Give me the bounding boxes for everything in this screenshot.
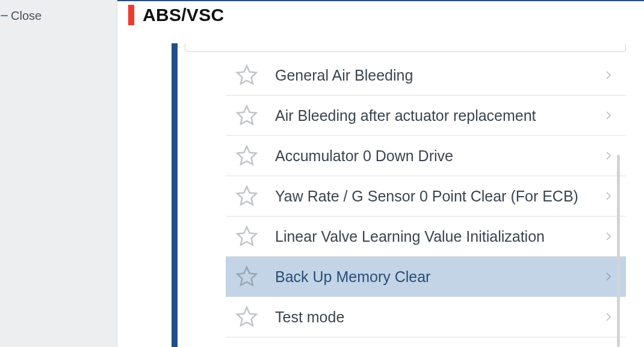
svg-marker-1	[237, 106, 256, 124]
chevron-right-icon	[603, 147, 614, 164]
list-item-label: Air Bleeding after actuator replacement	[275, 107, 603, 124]
chevron-right-icon	[603, 268, 614, 285]
list-item-label: Linear Valve Learning Value Initializati…	[275, 228, 603, 245]
list-item[interactable]: Air Bleeding after actuator replacement	[226, 96, 626, 136]
svg-marker-5	[237, 267, 256, 285]
list-item[interactable]: Accumulator 0 Down Drive	[226, 136, 626, 176]
close-button[interactable]: − Close	[0, 0, 117, 23]
star-icon[interactable]	[235, 185, 258, 207]
header: ABS/VSC	[117, 1, 644, 36]
list-item[interactable]: Back Up Memory Clear	[226, 257, 626, 297]
svg-marker-0	[237, 66, 256, 84]
star-icon[interactable]	[235, 306, 258, 328]
close-label: Close	[11, 9, 42, 23]
scrollbar[interactable]	[617, 155, 620, 347]
star-icon[interactable]	[235, 265, 258, 288]
previous-card-stub	[185, 43, 626, 52]
content-wrap: General Air Bleeding Air Bleeding after …	[172, 43, 626, 347]
page-title: ABS/VSC	[143, 5, 224, 25]
star-icon[interactable]	[235, 144, 258, 167]
chevron-right-icon	[603, 188, 614, 204]
chevron-right-icon	[603, 309, 614, 325]
list-item-label: Back Up Memory Clear	[275, 268, 603, 286]
list-item-label: Accumulator 0 Down Drive	[275, 147, 603, 165]
function-list[interactable]: General Air Bleeding Air Bleeding after …	[226, 55, 626, 347]
app-root: − Close ABS/VSC General Air Bleeding	[0, 0, 644, 347]
list-item-label: Test mode	[275, 309, 603, 326]
list-item-label: General Air Bleeding	[275, 67, 603, 84]
list-item-label: Yaw Rate / G Sensor 0 Point Clear (For E…	[275, 188, 603, 205]
blue-track-icon	[172, 43, 178, 347]
svg-marker-4	[237, 227, 256, 245]
chevron-right-icon	[603, 67, 614, 84]
svg-marker-6	[237, 307, 256, 325]
header-red-mark-icon	[128, 5, 134, 25]
svg-marker-3	[237, 186, 256, 204]
main-panel: ABS/VSC General Air Bleeding	[117, 0, 644, 347]
chevron-right-icon	[603, 107, 614, 124]
sidebar: − Close	[0, 0, 117, 347]
close-dash-icon: −	[0, 8, 6, 23]
list-item[interactable]: General Air Bleeding	[226, 55, 626, 96]
svg-marker-2	[237, 146, 256, 164]
chevron-right-icon	[603, 228, 614, 245]
star-icon[interactable]	[235, 104, 258, 127]
list-item[interactable]: Yaw Rate / G Sensor 0 Point Clear (For E…	[226, 176, 626, 216]
star-icon[interactable]	[235, 64, 258, 87]
list-item[interactable]: Test mode	[226, 297, 626, 337]
list-item[interactable]: Linear Valve Learning Value Initializati…	[226, 216, 626, 257]
star-icon[interactable]	[235, 225, 258, 248]
